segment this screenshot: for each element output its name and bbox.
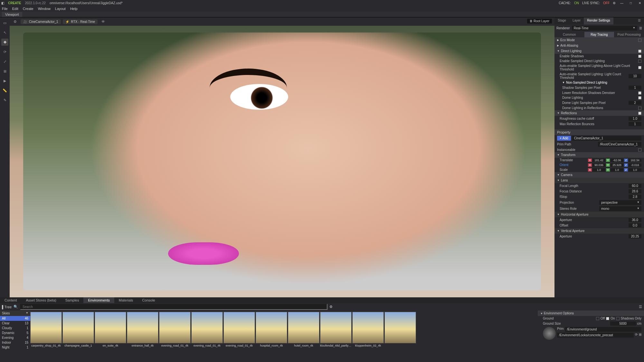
env-thumb[interactable]: hospital_room_4k — [256, 312, 287, 354]
livesync-state[interactable]: OFF — [603, 1, 610, 5]
renderer-menu-icon[interactable]: ☰ — [639, 26, 642, 30]
move-tool-icon[interactable]: ✥ — [1, 39, 8, 46]
visibility-icon[interactable]: 👁 — [99, 18, 107, 25]
env-thumb[interactable]: en_suite_4k — [95, 312, 126, 354]
property-tab[interactable]: Property — [554, 129, 644, 135]
section-reflections[interactable]: ▼Reflections — [554, 110, 644, 116]
orient-input[interactable]: XYZ — [588, 163, 641, 167]
ground-shadow-chk[interactable] — [616, 317, 620, 320]
env-prim-input[interactable]: /Environment/ground — [565, 327, 641, 332]
close-icon[interactable]: ✕ — [637, 1, 643, 5]
maximize-icon[interactable]: □ — [628, 1, 634, 5]
non-sampled-label[interactable]: Non-Sampled Direct Lighting — [566, 81, 607, 84]
menu-help[interactable]: Help — [70, 7, 78, 11]
instanceable-chk[interactable] — [638, 148, 641, 152]
scale-tool-icon[interactable]: ⤢ — [1, 58, 8, 65]
menu-create[interactable]: Create — [23, 7, 33, 11]
ground-on-chk[interactable] — [606, 317, 609, 320]
hap-offset-input[interactable]: 0.0 — [629, 223, 641, 227]
scale-input[interactable]: XYZ — [588, 168, 641, 172]
sky-filter-clear[interactable]: Clear13 — [0, 321, 30, 326]
chevron-down-icon[interactable]: ▼ — [26, 311, 28, 315]
search-settings-icon[interactable]: ⚙ — [329, 305, 333, 309]
tab-layer[interactable]: Layer — [569, 17, 584, 24]
tree-toggle[interactable]: ▌Tree — [2, 305, 12, 309]
renderer-select[interactable]: Real-Time▼ — [572, 26, 637, 31]
projection-select[interactable]: perspective▼ — [599, 200, 641, 205]
section-direct[interactable]: ▼Direct Lighting — [554, 48, 644, 54]
ground-off-chk[interactable] — [596, 317, 599, 320]
rotate-tool-icon[interactable]: ⟳ — [1, 48, 8, 55]
tab-console[interactable]: Console — [137, 297, 159, 303]
rough-input[interactable]: 1.0 — [629, 116, 641, 121]
search-input[interactable] — [20, 304, 327, 310]
enable-sampled-chk[interactable] — [638, 60, 641, 63]
sky-filter-dynamic[interactable]: Dynamic5 — [0, 330, 30, 335]
section-hap[interactable]: ▼Horizontal Aperture — [554, 212, 644, 217]
subtab-raytracing[interactable]: Ray Tracing — [584, 32, 614, 37]
section-eco[interactable]: ▶Eco Mode — [554, 37, 644, 43]
env-opts-head[interactable]: Environment Options — [544, 311, 574, 315]
menu-window[interactable]: Window — [38, 7, 51, 11]
direct-checkbox[interactable] — [638, 50, 641, 53]
env-thumb[interactable] — [384, 312, 416, 354]
select-tool-icon[interactable]: ▭ — [1, 19, 8, 26]
livesync-settings-icon[interactable]: ⚙ — [613, 1, 616, 5]
tab-render-settings[interactable]: Render Settings — [584, 17, 613, 24]
eco-checkbox[interactable] — [638, 39, 641, 42]
menu-edit[interactable]: Edit — [12, 7, 18, 11]
hap-aperture-input[interactable]: 36.0 — [629, 218, 641, 222]
env-thumb[interactable]: entrance_hall_4k — [127, 312, 158, 354]
sky-filter-evening[interactable]: Evening4 — [0, 335, 30, 340]
translate-input[interactable]: XYZ — [588, 159, 641, 162]
play-tool-icon[interactable]: ▶ — [1, 77, 8, 84]
focus-input[interactable]: 28.6 — [629, 189, 641, 193]
cache-state[interactable]: ON — [574, 1, 579, 5]
dome-refl-chk[interactable] — [638, 107, 641, 110]
auto-count-input[interactable]: 10 — [629, 74, 641, 78]
maxrefl-input[interactable]: 1 — [629, 122, 641, 126]
refl-checkbox[interactable] — [638, 112, 641, 115]
dome-chk[interactable] — [638, 96, 641, 99]
minimize-icon[interactable]: — — [619, 1, 625, 5]
dome-samples-input[interactable]: 2 — [629, 101, 641, 105]
root-layer-chip[interactable]: ≣Root Layer — [527, 19, 552, 23]
tab-content[interactable]: Content — [0, 297, 22, 303]
skies-label[interactable]: Skies — [2, 311, 10, 315]
section-aa[interactable]: ▶Anti-Aliasing — [554, 43, 644, 48]
tab-environments[interactable]: Environments — [83, 297, 114, 303]
measure-tool-icon[interactable]: 📏 — [1, 87, 8, 94]
fstop-input[interactable]: 2.8 — [629, 195, 641, 199]
env-thumb[interactable]: evening_road_01_4k — [159, 312, 191, 354]
panel-menu-icon[interactable]: ☰ — [635, 17, 644, 24]
locate-icon[interactable]: ⟳ — [635, 333, 638, 338]
section-lens[interactable]: ▼Lens — [554, 178, 644, 183]
section-transform[interactable]: ▼Transform — [554, 152, 644, 158]
groundsize-input[interactable]: 5000 — [610, 321, 636, 326]
env-thumb[interactable]: champagne_castle_1 — [62, 312, 94, 354]
lowres-chk[interactable] — [638, 91, 641, 95]
auto-thresh-chk[interactable] — [638, 66, 641, 69]
primpath-input[interactable]: /Root/CineCameraActor_1 — [598, 142, 641, 147]
vap-aperture-input[interactable]: 20.25 — [629, 234, 641, 238]
env-thumb[interactable]: evening_road_01_4k — [223, 312, 255, 354]
env-thumb[interactable]: kloppenheim_02_4k — [352, 312, 384, 354]
snap-tool-icon[interactable]: ⊞ — [1, 68, 8, 75]
viewport-render[interactable] — [10, 26, 554, 297]
env-thumb[interactable]: hotel_room_4k — [288, 312, 319, 354]
paint-tool-icon[interactable]: ✎ — [1, 97, 8, 104]
env-thumb[interactable]: evening_road_01_4k — [191, 312, 223, 354]
rtx-mode[interactable]: ⚡RTX - Real-Time — [63, 19, 98, 24]
pointer-tool-icon[interactable]: ↖ — [1, 29, 8, 36]
env-look-input[interactable]: /Environment/Looks/concrete_precast — [557, 333, 634, 338]
sky-filter-cloudy[interactable]: Cloudy1 — [0, 326, 30, 330]
sky-filter-all[interactable]: All46 — [0, 316, 30, 321]
stereo-select[interactable]: mono▼ — [599, 206, 641, 211]
focal-input[interactable]: 60.0 — [629, 184, 641, 188]
add-button[interactable]: +Add — [557, 136, 571, 141]
viewport-settings-icon[interactable]: ⚙ — [12, 18, 19, 25]
env-thumb[interactable]: carpentry_shop_01_4k — [30, 312, 62, 354]
sky-filter-indoor[interactable]: Indoor15 — [0, 340, 30, 345]
browse-icon[interactable]: ⊞ — [639, 333, 641, 338]
tab-samples[interactable]: Samples — [61, 297, 84, 303]
